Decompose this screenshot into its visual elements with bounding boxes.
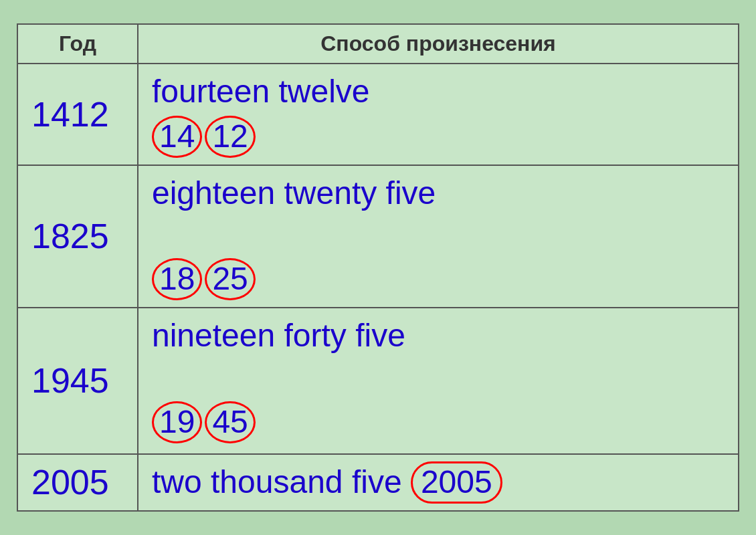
pronunciation-cell: two thousand five 2005 bbox=[138, 454, 739, 511]
circled-group: 18 25 bbox=[152, 258, 256, 300]
circled-group: 19 45 bbox=[152, 401, 256, 443]
circled-number: 18 bbox=[152, 258, 202, 300]
pronunciation-text: fourteen twelve bbox=[152, 71, 725, 112]
pronunciation-cell: eighteen twenty five 18 25 bbox=[138, 165, 739, 308]
circled-number: 25 bbox=[205, 258, 255, 300]
table-row: 1945 nineteen forty five 19 45 bbox=[17, 308, 739, 454]
year-cell: 1412 bbox=[17, 64, 138, 165]
year-cell: 1945 bbox=[17, 308, 138, 454]
table-row: 1825 eighteen twenty five 18 25 bbox=[17, 165, 739, 308]
year-cell: 1825 bbox=[17, 165, 138, 308]
circled-number: 12 bbox=[205, 116, 255, 158]
circled-number: 14 bbox=[152, 116, 202, 158]
table-row: 2005 two thousand five 2005 bbox=[17, 454, 739, 511]
pronunciation-text: eighteen twenty five bbox=[152, 173, 725, 214]
pronunciation-cell: fourteen twelve 14 12 bbox=[138, 64, 739, 165]
year-cell: 2005 bbox=[17, 454, 138, 511]
circled-number: 45 bbox=[205, 401, 255, 443]
circled-number-wide: 2005 bbox=[411, 461, 502, 504]
circled-number: 19 bbox=[152, 401, 202, 443]
pronunciation-cell: nineteen forty five 19 45 bbox=[138, 308, 739, 454]
circled-group: 14 12 bbox=[152, 116, 256, 158]
table-row: 1412 fourteen twelve 14 12 bbox=[17, 64, 739, 165]
header-year: Год bbox=[17, 24, 138, 64]
header-pronunciation: Способ произнесения bbox=[138, 24, 739, 64]
years-table: Год Способ произнесения 1412 fourteen tw… bbox=[17, 23, 739, 511]
pronunciation-text: nineteen forty five bbox=[152, 315, 725, 356]
pronunciation-text: two thousand five bbox=[152, 464, 402, 500]
table-container: Год Способ произнесения 1412 fourteen tw… bbox=[17, 23, 739, 511]
